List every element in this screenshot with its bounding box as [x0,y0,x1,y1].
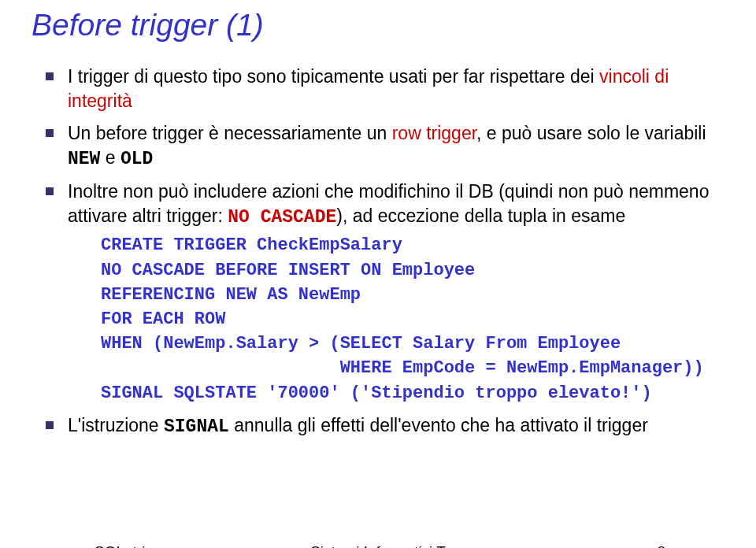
code-line-6: WHERE EmpCode = NewEmp.EmpManager)) [101,358,704,378]
bullet-4-mono: SIGNAL [164,417,229,437]
code-line-5: WHEN (NewEmp.Salary > (SELECT Salary Fro… [101,334,621,354]
code-line-1: CREATE TRIGGER CheckEmpSalary [101,235,402,255]
code-line-4: FOR EACH ROW [101,309,225,329]
bullet-2-mono-new: NEW [68,149,100,169]
bullet-2-text-c: , e può usare solo le variabili [476,123,706,143]
bullet-3-mono: NO CASCADE [228,207,336,228]
bullet-2-emph: row trigger [392,123,476,143]
bullet-4: L'istruzione SIGNAL annulla gli effetti … [46,413,726,439]
bullet-4-text-c: annulla gli effetti dell'evento che ha a… [229,415,648,435]
code-line-3: REFERENCING NEW AS NewEmp [101,285,361,305]
bullet-2-text-a: Un before trigger è necessariamente un [68,123,392,143]
footer-center: Sistemi Informativi T [0,543,756,548]
code-line-2: NO CASCADE BEFORE INSERT ON Employee [101,261,475,280]
bullet-4-text-a: L'istruzione [68,415,164,435]
bullet-3-text-c: ), ad eccezione della tupla in esame [336,206,625,226]
slide-content: I trigger di questo tipo sono tipicament… [30,65,726,439]
footer-right: 8 [657,543,665,548]
bullet-3: Inoltre non può includere azioni che mod… [46,180,726,405]
bullet-1: I trigger di questo tipo sono tipicament… [46,65,726,113]
code-line-7: SIGNAL SQLSTATE '70000' ('Stipendio trop… [101,383,652,403]
bullet-2-text-e: e [100,147,120,168]
bullet-2-mono-old: OLD [120,149,153,169]
slide-title: Before trigger (1) [32,8,726,43]
code-block: CREATE TRIGGER CheckEmpSalary NO CASCADE… [101,233,726,405]
bullet-1-text-a: I trigger di questo tipo sono tipicament… [68,66,599,87]
bullet-2: Un before trigger è necessariamente un r… [46,121,726,172]
